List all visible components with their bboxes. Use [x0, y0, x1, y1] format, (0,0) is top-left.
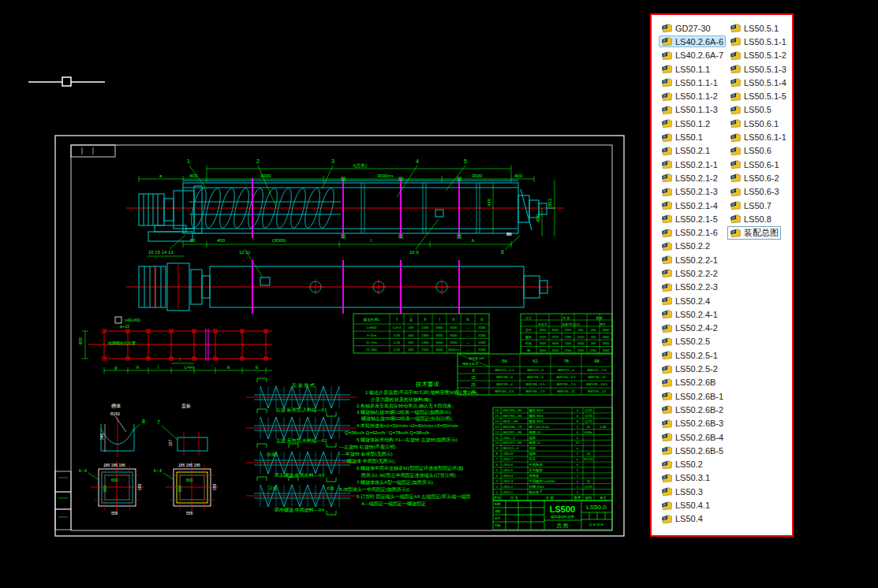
svg-text:430: 430 [409, 326, 415, 329]
dwg-file-icon [661, 309, 673, 319]
file-item[interactable]: LS50.5.1-4 [727, 76, 789, 89]
file-item[interactable]: LS50.2.6B-2 [659, 403, 726, 416]
svg-text:输送量 Q/H: 输送量 Q/H [469, 356, 484, 360]
file-item[interactable]: LS50.2.2-2 [659, 266, 726, 280]
file-item-label: LS50.2.1-2 [675, 173, 718, 183]
file-item-inner: LS50.2.4 [659, 295, 712, 307]
file-item[interactable]: LS50.2.6B-5 [659, 444, 726, 457]
dwg-file-icon [730, 36, 742, 47]
svg-text:4: 4 [496, 474, 499, 478]
file-item[interactable]: LS50.2.1-3 [659, 185, 726, 199]
file-item[interactable]: LS50.2.1-6 [659, 225, 726, 239]
file-item[interactable]: LS50.7 [727, 199, 789, 212]
file-item[interactable]: LS50.3 [659, 485, 726, 498]
svg-text:10 9: 10 9 [409, 250, 419, 255]
file-item[interactable]: LS50.2 [659, 458, 726, 471]
file-item[interactable]: LS50.6 [727, 144, 789, 158]
file-item[interactable]: LS50.1.1-3 [659, 103, 726, 117]
dwg-file-icon [661, 173, 673, 183]
file-item[interactable]: LS50.5.1-5 [727, 89, 789, 102]
svg-text:200: 200 [591, 328, 596, 332]
svg-text:4: 4 [416, 158, 419, 164]
file-item[interactable]: LS40.2.6A-7 [659, 49, 726, 62]
file-item[interactable]: LS50.1 [659, 130, 726, 143]
file-item-inner: LS50.2.6B-2 [659, 404, 726, 415]
svg-text:右旋 标准型,入料端—X1: 右旋 标准型,入料端—X1 [275, 407, 327, 413]
svg-text:l: l [371, 238, 372, 243]
file-item[interactable]: LS50.2.5-2 [659, 362, 726, 375]
file-item[interactable]: LS50.2.5-1 [659, 348, 726, 362]
file-item[interactable]: LS50.2.2-1 [659, 253, 726, 266]
file-item-label: LS50.5.1-4 [744, 78, 786, 87]
file-item[interactable]: LS50.2.4-2 [659, 322, 726, 335]
file-item[interactable]: LS50.2.1-1 [659, 158, 726, 171]
svg-text:450: 450 [409, 348, 415, 352]
file-item[interactable]: GD27-30 [659, 21, 726, 35]
file-item-inner: LS50.2.4-2 [659, 322, 720, 334]
svg-text:2510: 2510 [421, 348, 429, 352]
svg-text:总 图: 总 图 [556, 523, 569, 528]
svg-text:56: 56 [502, 359, 507, 363]
svg-text:LS50.6: LS50.6 [503, 463, 514, 467]
svg-text:3000×n: 3000×n [377, 173, 393, 178]
file-item[interactable]: LS50.5.1-3 [727, 62, 789, 76]
file-item[interactable]: LS50.2.6B-4 [659, 430, 726, 444]
svg-text:1500: 1500 [565, 341, 573, 345]
svg-text:螺栓 M24: 螺栓 M24 [529, 414, 544, 419]
svg-text:12: 12 [495, 430, 499, 434]
file-item-inner: LS50.6.1 [727, 117, 781, 129]
file-item[interactable]: LS50.6-3 [727, 185, 789, 199]
file-item[interactable]: LS50.5.1-1 [727, 35, 789, 48]
svg-text:HT200: HT200 [584, 457, 594, 461]
svg-text:598: 598 [137, 483, 142, 490]
collapsed-toolbar[interactable] [28, 77, 105, 86]
svg-text:BWY33—3: BWY33—3 [496, 375, 513, 379]
file-item[interactable]: LS50.6-1 [727, 158, 789, 171]
dwg-file-icon [661, 118, 673, 128]
file-item[interactable]: LS50.8 [727, 212, 789, 225]
dwg-file-icon [730, 105, 742, 115]
file-item[interactable]: LS50.2.4-1 [659, 307, 726, 321]
file-item[interactable]: LS50.2.2 [659, 240, 726, 253]
svg-text:共 张 第 张: 共 张 第 张 [589, 523, 604, 527]
file-item[interactable]: LS50.5.1-2 [727, 49, 789, 62]
file-item[interactable]: LS50.6.1-1 [727, 130, 789, 143]
file-item[interactable]: LS50.1.1-2 [659, 89, 726, 102]
file-item[interactable]: LS50.5.1 [727, 21, 789, 35]
file-item[interactable]: LS50.4 [659, 512, 726, 526]
file-item[interactable]: LS50.2.6B-3 [659, 417, 726, 430]
file-item[interactable]: LS50.1.1 [659, 62, 726, 76]
file-item[interactable]: 装配总图 [727, 225, 789, 239]
file-item[interactable]: LS50.2.4 [659, 294, 726, 307]
file-item[interactable]: LS50.1.1-1 [659, 76, 726, 89]
section-views: 槽体 340 R260 8 盖板 157 7 186 186 186 186 1… [79, 403, 219, 515]
svg-text:垫圈 12: 垫圈 12 [529, 441, 541, 445]
file-item[interactable]: LS50.2.1-4 [659, 199, 726, 212]
file-item[interactable]: LS40.2.6A-6 [659, 35, 726, 48]
file-item[interactable]: LS50.2.6B-1 [659, 389, 726, 403]
dwg-file-icon [661, 23, 673, 33]
file-item[interactable]: LS50.2.1-2 [659, 171, 726, 184]
file-item[interactable]: LS50.5 [727, 103, 789, 117]
svg-text:n: n [577, 446, 579, 450]
dwg-file-icon [661, 378, 673, 388]
svg-text:Q=56m/h Q=62m/h ′ Q=78m/h: Q=56m/h Q=62m/h ′ Q=78m/h Q=98m/h [345, 430, 429, 435]
svg-text:h: h [452, 317, 454, 322]
file-item[interactable]: LS50.2.1-5 [659, 212, 726, 225]
svg-text:3000: 3000 [603, 348, 611, 352]
svg-text:1: 1 [577, 468, 579, 472]
file-item[interactable]: LS50.2.1 [659, 144, 726, 158]
file-item[interactable]: LS50.1.2 [659, 117, 726, 130]
file-item[interactable]: LS50.6-2 [727, 171, 789, 184]
svg-text:b: b [472, 238, 475, 243]
file-item[interactable]: LS50.6.1 [727, 117, 789, 130]
file-item[interactable]: LS50.2.2-3 [659, 281, 726, 294]
svg-text:340: 340 [99, 433, 104, 440]
file-item[interactable]: LS50.3.1 [659, 471, 726, 485]
file-item[interactable]: LS50.2.6B [659, 376, 726, 389]
file-item[interactable]: LS50.4.1 [659, 498, 726, 512]
file-item-label: LS50.2.6B-4 [675, 433, 723, 442]
file-item[interactable]: LS50.2.5 [659, 335, 726, 348]
svg-text:安 装 形 式: 安 装 形 式 [292, 382, 315, 388]
dwg-file-icon [661, 159, 673, 169]
